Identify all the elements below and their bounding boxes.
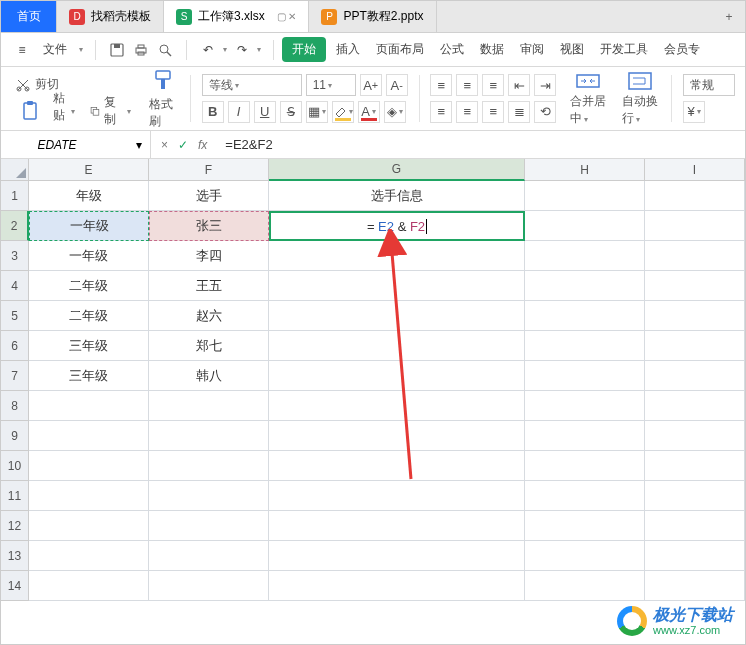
cell[interactable] <box>149 511 269 541</box>
cell[interactable] <box>29 451 149 481</box>
row-header[interactable]: 13 <box>1 541 29 571</box>
copy-button[interactable]: 复制▾ <box>85 92 135 130</box>
cancel-formula-button[interactable]: × <box>161 138 168 152</box>
strike-button[interactable]: S̶ <box>280 101 302 123</box>
cell[interactable]: 二年级 <box>29 271 149 301</box>
cell[interactable] <box>645 271 745 301</box>
row-header[interactable]: 4 <box>1 271 29 301</box>
cell[interactable] <box>149 541 269 571</box>
cell[interactable]: 王五 <box>149 271 269 301</box>
undo-icon[interactable]: ↶ <box>199 41 217 59</box>
col-header-H[interactable]: H <box>525 159 645 181</box>
cell[interactable] <box>525 391 645 421</box>
cell[interactable] <box>525 361 645 391</box>
cell[interactable] <box>525 511 645 541</box>
name-box[interactable]: ▾ <box>1 131 151 158</box>
cell[interactable] <box>29 481 149 511</box>
paste-button[interactable] <box>11 95 51 127</box>
cell[interactable] <box>525 181 645 211</box>
save-icon[interactable] <box>108 41 126 59</box>
cell-G2-editing[interactable]: = E2 & F2 <box>269 211 525 241</box>
cell[interactable] <box>525 481 645 511</box>
cell[interactable] <box>645 421 745 451</box>
currency-button[interactable]: ¥▾ <box>683 101 705 123</box>
col-header-G[interactable]: G <box>269 159 525 181</box>
bold-button[interactable]: B <box>202 101 224 123</box>
cell[interactable] <box>525 541 645 571</box>
row-header[interactable]: 6 <box>1 331 29 361</box>
orientation-button[interactable]: ⟲ <box>534 101 556 123</box>
cell[interactable]: 一年级 <box>29 241 149 271</box>
cell[interactable] <box>269 481 525 511</box>
cell[interactable]: 选手 <box>149 181 269 211</box>
number-format-select[interactable]: 常规 <box>683 74 735 96</box>
cell[interactable] <box>525 331 645 361</box>
row-header[interactable]: 12 <box>1 511 29 541</box>
distribute-button[interactable]: ≣ <box>508 101 530 123</box>
menu-view[interactable]: 视图 <box>554 37 590 62</box>
decrease-font-button[interactable]: A- <box>386 74 408 96</box>
cell[interactable] <box>269 361 525 391</box>
cell[interactable]: 年级 <box>29 181 149 211</box>
menu-member[interactable]: 会员专 <box>658 37 706 62</box>
row-header[interactable]: 2 <box>1 211 29 241</box>
cell[interactable] <box>149 451 269 481</box>
select-all-corner[interactable] <box>1 159 29 181</box>
cell[interactable] <box>29 511 149 541</box>
cell[interactable] <box>525 421 645 451</box>
tab-home[interactable]: 首页 <box>1 1 57 32</box>
merge-center-button[interactable]: 合并居中▾ <box>564 71 612 126</box>
cell[interactable] <box>269 421 525 451</box>
menu-hamburger-icon[interactable]: ≡ <box>13 41 31 59</box>
format-painter-button[interactable]: 格式刷 <box>143 71 183 126</box>
cell[interactable] <box>29 571 149 601</box>
cell[interactable] <box>525 271 645 301</box>
cell[interactable]: 郑七 <box>149 331 269 361</box>
col-header-F[interactable]: F <box>149 159 269 181</box>
cell[interactable] <box>149 481 269 511</box>
indent-left-button[interactable]: ⇤ <box>508 74 530 96</box>
col-header-I[interactable]: I <box>645 159 745 181</box>
row-header[interactable]: 1 <box>1 181 29 211</box>
effects-button[interactable]: ◈▾ <box>384 101 406 123</box>
formula-input[interactable]: =E2&F2 <box>217 137 745 152</box>
cell[interactable]: 二年级 <box>29 301 149 331</box>
row-header[interactable]: 3 <box>1 241 29 271</box>
menu-data[interactable]: 数据 <box>474 37 510 62</box>
cell[interactable] <box>269 241 525 271</box>
cell[interactable] <box>645 301 745 331</box>
wrap-text-button[interactable]: 自动换行▾ <box>616 71 664 126</box>
cell[interactable] <box>645 361 745 391</box>
align-center-button[interactable]: ≡ <box>456 101 478 123</box>
cell[interactable] <box>149 391 269 421</box>
menu-review[interactable]: 审阅 <box>514 37 550 62</box>
cell-E2[interactable]: 一年级 <box>29 211 149 241</box>
cell[interactable] <box>269 331 525 361</box>
cell[interactable] <box>645 211 745 241</box>
cell[interactable] <box>525 571 645 601</box>
col-header-E[interactable]: E <box>29 159 149 181</box>
row-header[interactable]: 10 <box>1 451 29 481</box>
cell[interactable] <box>269 541 525 571</box>
cell[interactable] <box>29 541 149 571</box>
cell[interactable]: 三年级 <box>29 361 149 391</box>
menu-dev[interactable]: 开发工具 <box>594 37 654 62</box>
file-menu[interactable]: 文件 <box>37 37 73 62</box>
italic-button[interactable]: I <box>228 101 250 123</box>
cell[interactable] <box>149 571 269 601</box>
name-box-caret-icon[interactable]: ▾ <box>136 138 142 152</box>
align-middle-button[interactable]: ≡ <box>456 74 478 96</box>
cell[interactable] <box>645 481 745 511</box>
menu-start[interactable]: 开始 <box>282 37 326 62</box>
cell[interactable] <box>525 241 645 271</box>
fill-color-button[interactable]: ▾ <box>332 101 354 123</box>
align-top-button[interactable]: ≡ <box>430 74 452 96</box>
menu-formula[interactable]: 公式 <box>434 37 470 62</box>
cell[interactable] <box>645 181 745 211</box>
accept-formula-button[interactable]: ✓ <box>178 138 188 152</box>
font-color-button[interactable]: A▾ <box>358 101 380 123</box>
tab-docer[interactable]: D 找稻壳模板 <box>57 1 164 32</box>
menu-insert[interactable]: 插入 <box>330 37 366 62</box>
tab-ppt[interactable]: P PPT教程2.pptx <box>309 1 436 32</box>
fx-button[interactable]: fx <box>198 138 207 152</box>
